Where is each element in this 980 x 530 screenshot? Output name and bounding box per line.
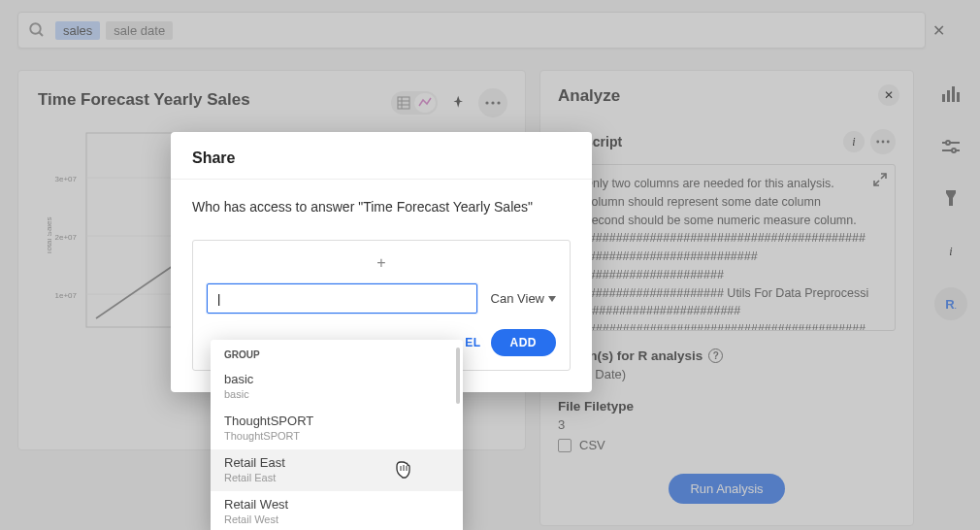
chevron-down-icon — [548, 296, 556, 302]
permission-select[interactable]: Can View — [491, 291, 556, 306]
cancel-button[interactable]: EL — [465, 329, 480, 356]
access-text: Who has access to answer "Time Forecast … — [192, 199, 571, 215]
dropdown-item[interactable]: Retail East Retail East — [211, 449, 463, 491]
svg-marker-31 — [548, 296, 556, 302]
plus-icon[interactable]: + — [207, 254, 556, 272]
dropdown-item[interactable]: ThoughtSPORT ThoughtSPORT — [211, 408, 463, 449]
add-button[interactable]: ADD — [491, 329, 557, 356]
modal-title: Share — [171, 132, 592, 180]
dropdown-header: GROUP — [211, 340, 463, 366]
group-dropdown: GROUP basic basic ThoughtSPORT ThoughtSP… — [211, 340, 463, 530]
dropdown-item[interactable]: basic basic — [211, 366, 463, 408]
dropdown-item[interactable]: Retail West Retail West — [211, 491, 463, 530]
scrollbar[interactable] — [456, 348, 460, 404]
share-input[interactable] — [207, 283, 477, 314]
